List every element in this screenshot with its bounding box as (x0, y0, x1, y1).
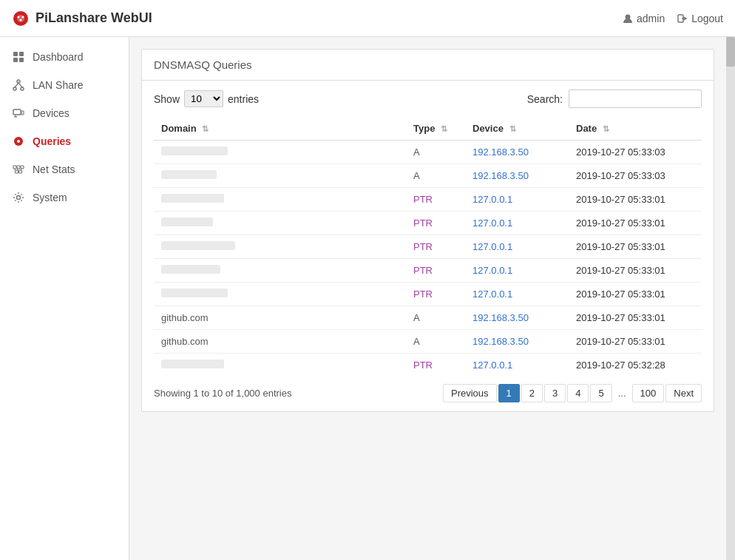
cell-domain-6 (154, 283, 406, 306)
device-link-2[interactable]: 127.0.0.1 (472, 194, 512, 205)
cell-domain-1 (154, 164, 406, 188)
cell-type-2: PTR (406, 188, 465, 212)
header-left: PiLanshare WebUI (12, 10, 152, 27)
device-link-7[interactable]: 192.168.3.50 (472, 312, 529, 323)
svg-point-21 (17, 140, 20, 143)
svg-point-13 (21, 87, 24, 90)
sort-date-icon: ⇅ (603, 124, 609, 134)
queries-card: DNSMASQ Queries Show 10 25 50 100 entrie… (141, 49, 714, 412)
sort-device-icon: ⇅ (509, 124, 516, 134)
cell-domain-3 (154, 212, 406, 235)
svg-rect-26 (19, 170, 22, 173)
table-row: PTR127.0.0.12019-10-27 05:33:01 (154, 235, 702, 259)
col-date[interactable]: Date ⇅ (569, 117, 702, 141)
col-domain[interactable]: Domain ⇅ (154, 117, 406, 141)
device-link-5[interactable]: 127.0.0.1 (472, 265, 512, 276)
cell-device-1[interactable]: 192.168.3.50 (465, 164, 569, 188)
device-link-8[interactable]: 192.168.3.50 (472, 336, 529, 347)
cell-date-8: 2019-10-27 05:33:01 (569, 330, 702, 354)
sort-type-icon: ⇅ (441, 124, 447, 134)
sidebar-item-system[interactable]: System (0, 183, 129, 212)
sidebar: Dashboard LAN Share (0, 37, 129, 560)
page-ellipsis: ... (614, 385, 631, 402)
pagination-controls: Previous 1 2 3 4 5 ... 100 Next (443, 384, 702, 402)
device-link-9[interactable]: 127.0.0.1 (472, 360, 512, 371)
svg-line-14 (15, 83, 18, 87)
sidebar-item-lanshare[interactable]: LAN Share (0, 71, 129, 99)
cell-device-4[interactable]: 127.0.0.1 (465, 235, 569, 259)
sidebar-label-dashboard: Dashboard (33, 51, 84, 63)
search-input[interactable] (569, 90, 702, 108)
entries-label: entries (228, 93, 259, 105)
cell-device-2[interactable]: 127.0.0.1 (465, 188, 569, 212)
table-row: PTR127.0.0.12019-10-27 05:32:28 (154, 354, 702, 377)
previous-button[interactable]: Previous (443, 384, 497, 402)
cell-device-9[interactable]: 127.0.0.1 (465, 354, 569, 377)
cell-type-6: PTR (406, 283, 465, 306)
cell-domain-2 (154, 188, 406, 212)
table-row: PTR127.0.0.12019-10-27 05:33:01 (154, 259, 702, 283)
page-button-5[interactable]: 5 (590, 384, 612, 402)
sidebar-item-dashboard[interactable]: Dashboard (0, 43, 129, 71)
show-label: Show (154, 93, 180, 105)
pagination-info: Showing 1 to 10 of 1,000 entries (154, 388, 291, 399)
cell-date-0: 2019-10-27 05:33:03 (569, 141, 702, 164)
main-content: DNSMASQ Queries Show 10 25 50 100 entrie… (129, 37, 726, 560)
pagination-row: Showing 1 to 10 of 1,000 entries Previou… (154, 384, 702, 402)
page-button-1[interactable]: 1 (498, 384, 520, 402)
logout-link[interactable]: Logout (677, 13, 723, 24)
table-row: PTR127.0.0.12019-10-27 05:33:01 (154, 283, 702, 306)
svg-rect-17 (21, 111, 24, 115)
sidebar-item-devices[interactable]: Devices (0, 99, 129, 127)
sidebar-item-netstats[interactable]: Net Stats (0, 155, 129, 183)
col-device[interactable]: Device ⇅ (465, 117, 569, 141)
search-label: Search: (527, 93, 563, 105)
svg-point-3 (22, 16, 24, 18)
page-button-3[interactable]: 3 (544, 384, 566, 402)
table-row: github.comA192.168.3.502019-10-27 05:33:… (154, 306, 702, 330)
cell-device-8[interactable]: 192.168.3.50 (465, 330, 569, 354)
cell-domain-9 (154, 354, 406, 377)
cell-type-3: PTR (406, 212, 465, 235)
cell-type-4: PTR (406, 235, 465, 259)
scrollbar[interactable] (726, 37, 735, 560)
cell-device-0[interactable]: 192.168.3.50 (465, 141, 569, 164)
sidebar-item-queries[interactable]: Queries (0, 127, 129, 155)
admin-link[interactable]: admin (622, 13, 665, 24)
device-link-1[interactable]: 192.168.3.50 (472, 170, 529, 181)
cell-device-5[interactable]: 127.0.0.1 (465, 259, 569, 283)
svg-rect-10 (19, 58, 24, 62)
cell-date-5: 2019-10-27 05:33:01 (569, 259, 702, 283)
controls-row: Show 10 25 50 100 entries Search: (154, 90, 702, 108)
device-link-0[interactable]: 192.168.3.50 (472, 146, 529, 158)
table-row: A192.168.3.502019-10-27 05:33:03 (154, 141, 702, 164)
col-type[interactable]: Type ⇅ (406, 117, 465, 141)
cell-date-4: 2019-10-27 05:33:01 (569, 235, 702, 259)
table-header-row: Domain ⇅ Type ⇅ Device ⇅ Date ⇅ (154, 117, 702, 141)
logout-icon (677, 13, 688, 24)
table-row: A192.168.3.502019-10-27 05:33:03 (154, 164, 702, 188)
cell-device-7[interactable]: 192.168.3.50 (465, 306, 569, 330)
entries-select[interactable]: 10 25 50 100 (184, 90, 223, 107)
device-link-4[interactable]: 127.0.0.1 (472, 241, 512, 252)
cell-device-6[interactable]: 127.0.0.1 (465, 283, 569, 306)
cell-type-5: PTR (406, 259, 465, 283)
device-link-6[interactable]: 127.0.0.1 (472, 289, 512, 300)
svg-point-11 (17, 80, 20, 83)
header: PiLanshare WebUI admin Logout (0, 0, 735, 37)
next-button[interactable]: Next (665, 384, 702, 402)
svg-point-30 (17, 196, 21, 200)
page-button-2[interactable]: 2 (521, 384, 543, 402)
sort-domain-icon: ⇅ (202, 124, 209, 134)
page-button-4[interactable]: 4 (567, 384, 589, 402)
cell-domain-4 (154, 235, 406, 259)
svg-point-4 (20, 18, 22, 21)
table-row: PTR127.0.0.12019-10-27 05:33:01 (154, 212, 702, 235)
cell-date-7: 2019-10-27 05:33:01 (569, 306, 702, 330)
svg-rect-25 (16, 170, 18, 173)
cell-device-3[interactable]: 127.0.0.1 (465, 212, 569, 235)
dashboard-icon (12, 50, 25, 64)
page-button-100[interactable]: 100 (632, 384, 665, 402)
logout-label: Logout (691, 13, 723, 24)
device-link-3[interactable]: 127.0.0.1 (472, 217, 512, 229)
